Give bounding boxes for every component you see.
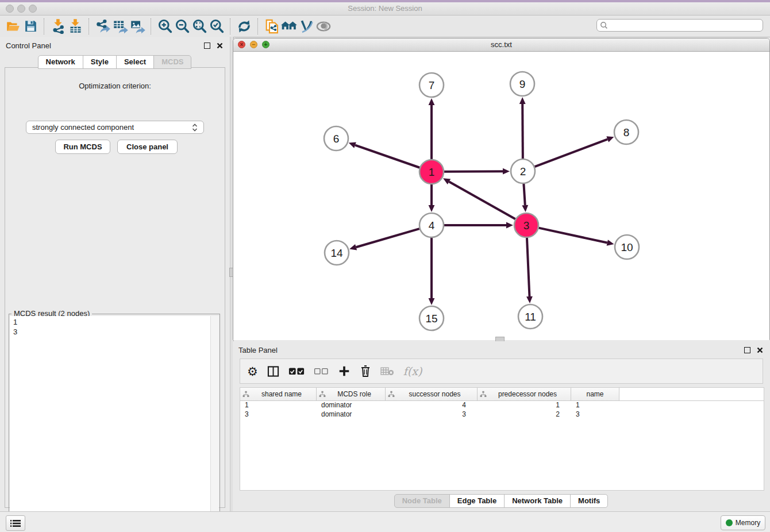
edge-arrowhead xyxy=(607,240,614,246)
task-history-button[interactable] xyxy=(6,515,25,531)
float-table-panel-icon[interactable] xyxy=(742,345,752,354)
function-builder-icon[interactable]: f(x) xyxy=(403,365,422,377)
close-panel-button[interactable]: Close panel xyxy=(117,140,178,154)
table-cell[interactable]: 1 xyxy=(478,401,571,410)
tree-icon xyxy=(319,391,326,398)
edge-arrowhead xyxy=(526,296,533,303)
table-tab-motifs[interactable]: Motifs xyxy=(570,494,608,508)
close-panel-icon[interactable] xyxy=(215,41,224,50)
toolbar-separator xyxy=(88,18,90,34)
mcds-result-item[interactable]: 3 xyxy=(13,327,211,337)
split-panel-icon[interactable] xyxy=(267,365,279,377)
column-header-MCDS-role[interactable]: MCDS role xyxy=(317,388,386,400)
table-cell[interactable]: 3 xyxy=(386,410,478,419)
control-tab-network[interactable]: Network xyxy=(38,55,83,69)
mcds-result-scrollbar[interactable] xyxy=(210,316,219,531)
graph-node-label: 3 xyxy=(523,219,530,232)
table-cell[interactable]: 2 xyxy=(478,410,571,419)
open-folder-icon[interactable] xyxy=(5,18,22,35)
graph-edge-3-1[interactable] xyxy=(449,182,515,219)
network-window-title: scc.txt xyxy=(233,38,769,51)
edge-arrowhead xyxy=(506,222,513,229)
network-maximize-button[interactable]: + xyxy=(262,41,270,48)
search-input[interactable] xyxy=(596,19,763,32)
graph-edge-2-9[interactable] xyxy=(522,104,523,159)
zoom-fit-icon[interactable] xyxy=(191,18,208,35)
table-cell[interactable]: 1 xyxy=(240,401,317,410)
window-close-button[interactable] xyxy=(6,5,14,13)
refresh-icon[interactable] xyxy=(236,18,253,35)
column-header-name[interactable]: name xyxy=(571,388,619,400)
show-graphics-icon[interactable] xyxy=(315,18,332,35)
table-panel-title: Table Panel xyxy=(238,346,739,354)
zoom-in-icon[interactable] xyxy=(156,18,174,35)
first-neighbors-icon[interactable] xyxy=(280,18,298,35)
column-header-predecessor-nodes[interactable]: predecessor nodes xyxy=(478,388,571,400)
table-cell[interactable]: 3 xyxy=(571,410,619,419)
add-column-icon[interactable] xyxy=(338,365,351,377)
export-network-icon[interactable] xyxy=(94,18,111,35)
network-canvas[interactable]: 7968124314101511 xyxy=(233,52,769,340)
export-table-icon[interactable] xyxy=(111,18,129,35)
list-icon xyxy=(10,519,21,527)
column-header-shared-name[interactable]: shared name xyxy=(240,388,317,400)
network-close-button[interactable]: × xyxy=(238,41,245,48)
edge-arrowhead xyxy=(429,298,435,305)
graph-edge-3-10[interactable] xyxy=(538,228,607,243)
close-table-panel-icon[interactable] xyxy=(755,345,764,354)
graph-edge-1-2[interactable] xyxy=(444,171,503,172)
export-image-icon[interactable] xyxy=(129,18,146,35)
window-zoom-button[interactable] xyxy=(29,5,37,13)
zoom-out-icon[interactable] xyxy=(174,18,191,35)
graph-edge-3-11[interactable] xyxy=(527,238,529,296)
float-panel-icon[interactable] xyxy=(202,41,211,50)
graph-node-label: 7 xyxy=(429,79,435,91)
graph-node-label: 6 xyxy=(333,133,340,145)
memory-button[interactable]: Memory xyxy=(721,515,765,530)
network-window-titlebar[interactable]: × − + scc.txt xyxy=(233,38,769,52)
zoom-selected-icon[interactable] xyxy=(208,18,225,35)
graph-edge-4-14[interactable] xyxy=(356,229,419,247)
network-minimize-button[interactable]: − xyxy=(250,41,257,48)
gear-icon[interactable]: ⚙ xyxy=(247,365,258,377)
save-icon[interactable] xyxy=(22,18,39,35)
column-header-successor-nodes[interactable]: successor nodes xyxy=(386,388,478,400)
control-tab-mcds[interactable]: MCDS xyxy=(153,55,191,69)
select-all-icon[interactable] xyxy=(288,367,305,376)
network-graph[interactable]: 7968124314101511 xyxy=(233,52,769,340)
edge-arrowhead xyxy=(429,205,435,212)
graph-edge-2-3[interactable] xyxy=(523,184,525,205)
mcds-result-group: MCDS result (2 nodes) 13 xyxy=(9,314,220,532)
hide-annotations-icon[interactable] xyxy=(298,18,315,35)
table-row[interactable]: 3dominator323 xyxy=(240,410,764,419)
control-tab-select[interactable]: Select xyxy=(116,55,154,69)
table-cell[interactable]: 1 xyxy=(571,401,619,410)
mcds-tab-content: Optimization criterion: strongly connect… xyxy=(5,67,225,508)
mcds-result-list[interactable]: 13 xyxy=(10,316,211,531)
deselect-all-icon[interactable] xyxy=(314,368,329,375)
graph-edge-2-8[interactable] xyxy=(535,139,608,167)
table-tab-edge-table[interactable]: Edge Table xyxy=(449,494,505,508)
optimization-criterion-select[interactable]: strongly connected component xyxy=(26,121,204,134)
control-tab-style[interactable]: Style xyxy=(83,55,117,69)
table-row[interactable]: 1dominator411 xyxy=(240,401,764,410)
delete-table-icon[interactable] xyxy=(380,367,394,376)
table-panel-tabs: Node TableEdge TableNetwork TableMotifs xyxy=(233,494,770,508)
window-minimize-button[interactable] xyxy=(17,5,25,13)
app-titlebar: Session: New Session xyxy=(0,2,770,16)
table-tab-node-table[interactable]: Node Table xyxy=(394,494,450,508)
graph-edge-1-6[interactable] xyxy=(355,145,419,168)
table-cell[interactable]: dominator xyxy=(317,401,386,410)
control-panel: Control Panel NetworkStyleSelectMCDS Opt… xyxy=(0,37,230,511)
run-mcds-button[interactable]: Run MCDS xyxy=(55,140,110,154)
table-cell[interactable]: 4 xyxy=(386,401,478,410)
table-tab-network-table[interactable]: Network Table xyxy=(504,494,571,508)
table-cell[interactable]: 3 xyxy=(240,410,317,419)
mcds-result-item[interactable]: 1 xyxy=(13,317,211,327)
clone-network-icon[interactable] xyxy=(263,18,280,35)
import-network-icon[interactable] xyxy=(49,18,67,35)
delete-icon[interactable] xyxy=(360,365,371,377)
import-table-icon[interactable] xyxy=(67,18,84,35)
table-cell[interactable]: dominator xyxy=(317,410,386,419)
toolbar-separator xyxy=(44,18,45,34)
